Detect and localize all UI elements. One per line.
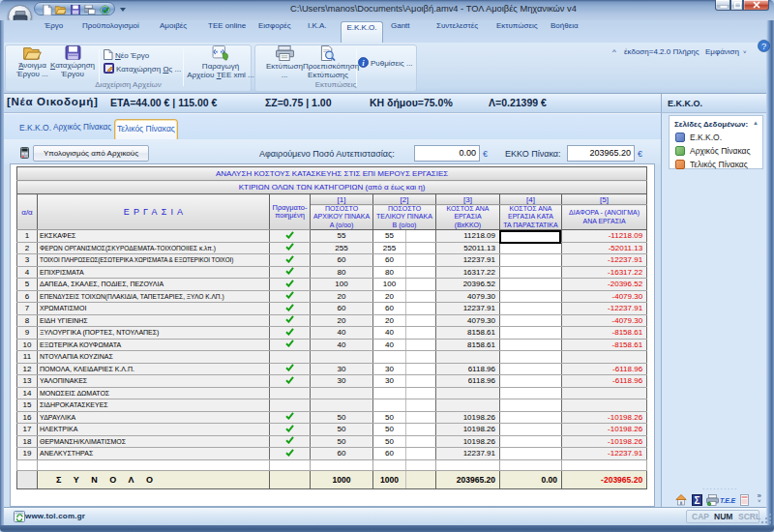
svg-text:Σ: Σ [694, 495, 700, 506]
svg-text:?: ? [761, 42, 766, 51]
